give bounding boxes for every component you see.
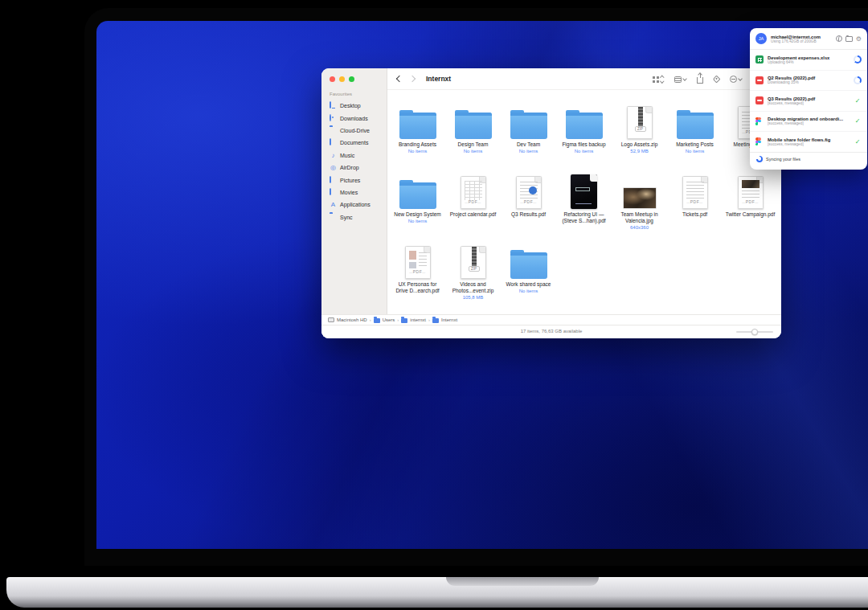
disk-icon [328, 317, 334, 322]
file-item[interactable]: Dev Team No items [501, 104, 556, 174]
finder-window: Favourites Desktop Downloads Cloud-Drive… [321, 68, 781, 338]
folder-icon [399, 182, 436, 209]
breadcrumb: Macintosh HD › Users › internxt › Intern… [321, 314, 781, 325]
sidebar-item-desktop[interactable]: Desktop [326, 100, 384, 112]
file-item[interactable]: Marketing Posts No items [667, 104, 723, 174]
pdf-file-icon: PDF [738, 176, 764, 209]
slider-knob[interactable] [751, 329, 758, 335]
zip-file-icon: ZIP [627, 106, 653, 139]
gear-icon[interactable]: ⚙ [856, 35, 862, 43]
group-icon [674, 76, 682, 83]
file-item[interactable]: Refactoring UI — (Steve S...han).pdf [556, 174, 612, 244]
sidebar-item-cloud-drive[interactable]: Cloud-Drive [326, 125, 384, 137]
more-circle-icon [730, 76, 737, 83]
folder-icon[interactable] [845, 36, 853, 42]
pdf-file-icon: PDF [682, 176, 708, 209]
file-item[interactable]: Branding Assets No items [390, 104, 445, 174]
folder-icon [455, 113, 492, 139]
share-icon [697, 77, 703, 84]
sync-status-footer: Syncing your files [750, 153, 867, 166]
checkmark-icon: ✓ [854, 97, 862, 104]
file-item[interactable]: ZIP Videos and Photos...event.zip 105,8 … [445, 244, 501, 313]
pictures-icon [330, 177, 337, 184]
checkmark-icon: ✓ [854, 138, 862, 145]
file-item[interactable]: PDF Q3 Results.pdf [501, 174, 556, 244]
pdf-file-icon: PDF [461, 176, 486, 209]
more-actions-button[interactable] [730, 76, 742, 83]
file-item[interactable]: Team Meetup in Valencia.jpg 640x360 [612, 174, 667, 244]
figma-file-icon [755, 117, 764, 125]
xlsx-file-icon [755, 55, 764, 63]
breadcrumb-item[interactable]: Internxt [441, 317, 457, 322]
sidebar-list: Desktop Downloads Cloud-Drive Documents … [326, 100, 384, 223]
sidebar-item-downloads[interactable]: Downloads [326, 112, 384, 124]
zip-file-icon: ZIP [461, 246, 486, 279]
sidebar-item-pictures[interactable]: Pictures [326, 174, 384, 186]
sidebar-item-movies[interactable]: Movies [326, 186, 384, 199]
download-progress-icon [854, 76, 862, 84]
sync-item[interactable]: Mobile share folder flows.fig [success, … [750, 132, 867, 153]
file-item[interactable]: PDF Twitter Campaign.pdf [723, 174, 778, 244]
pdf-file-icon [755, 96, 764, 104]
tag-button[interactable] [714, 76, 719, 82]
breadcrumb-item[interactable]: Users [383, 317, 395, 322]
file-item[interactable]: Figma files backup No items [556, 104, 612, 174]
grid-view-icon [653, 76, 659, 83]
sidebar-item-sync[interactable]: Sync [326, 211, 384, 223]
book-cover-icon [571, 174, 597, 209]
sync-panel-header: JA michael@internxt.com Using 176,42GB o… [750, 28, 867, 50]
sync-item[interactable]: Q3 Results (2022).pdf [success, messaged… [750, 91, 867, 112]
sync-item[interactable]: Development expenses.xlsx Uploading 64% [750, 50, 867, 71]
file-item[interactable]: PDF Project calendar.pdf [445, 174, 501, 244]
figma-file-icon [755, 137, 764, 145]
finder-sidebar: Favourites Desktop Downloads Cloud-Drive… [321, 68, 387, 338]
folder-icon [330, 214, 337, 221]
document-icon [330, 139, 337, 146]
file-item[interactable]: ZIP Logo Assets.zip 52,9 MB [612, 104, 667, 174]
sync-spinner-icon [756, 156, 763, 162]
file-item[interactable]: New Design System No items [390, 174, 445, 244]
share-button[interactable] [697, 75, 703, 84]
globe-icon[interactable] [836, 35, 842, 42]
sidebar-item-applications[interactable]: A Applications [326, 199, 384, 211]
zoom-button[interactable] [349, 76, 354, 82]
sidebar-item-music[interactable]: ♪ Music [326, 149, 384, 162]
downloads-icon [330, 115, 337, 122]
forward-icon[interactable] [409, 76, 416, 82]
sidebar-item-airdrop[interactable]: ◎ AirDrop [326, 162, 384, 174]
folder-icon [399, 113, 436, 139]
folder-icon [510, 252, 547, 279]
folder-icon [510, 113, 547, 139]
breadcrumb-item[interactable]: internxt [410, 317, 426, 322]
airdrop-icon: ◎ [330, 164, 337, 171]
file-item[interactable]: PDF Tickets.pdf [667, 174, 723, 244]
avatar[interactable]: JA [755, 33, 767, 44]
file-grid: Branding Assets No items Design Team No … [390, 104, 778, 313]
folder-icon [374, 318, 380, 323]
folder-icon [401, 318, 407, 323]
sync-item[interactable]: Desktop migration and onboardi... [succe… [750, 112, 867, 133]
finder-toolbar: Internxt [387, 68, 781, 90]
window-title: Internxt [426, 75, 451, 83]
sync-item[interactable]: Q2 Results (2022).pdf Downloading 35% [750, 71, 867, 92]
breadcrumb-item[interactable]: Macintosh HD [337, 317, 367, 322]
status-bar: 17 items, 76,63 GB available [321, 325, 781, 338]
icon-view-button[interactable] [653, 76, 664, 83]
storage-usage: Using 176,42GB of 200GB [771, 39, 832, 43]
sidebar-item-documents[interactable]: Documents [326, 137, 384, 149]
movies-icon [330, 189, 337, 196]
window-controls [330, 76, 354, 82]
file-item[interactable]: Work shared space No items [501, 244, 556, 313]
breadcrumb-separator: › [370, 317, 371, 322]
group-by-button[interactable] [674, 76, 686, 83]
file-item[interactable]: PDF UX Personas for Drive D...earch.pdf [390, 244, 445, 313]
minimize-button[interactable] [339, 76, 345, 82]
pdf-file-icon: PDF [405, 246, 431, 279]
item-count-status: 17 items, 76,63 GB available [321, 329, 781, 334]
music-icon: ♪ [330, 152, 337, 159]
file-item[interactable]: Design Team No items [445, 104, 501, 174]
sidebar-section-header: Favourites [330, 92, 352, 96]
back-icon[interactable] [396, 76, 403, 82]
close-button[interactable] [330, 76, 335, 82]
icon-size-slider[interactable] [736, 331, 773, 333]
